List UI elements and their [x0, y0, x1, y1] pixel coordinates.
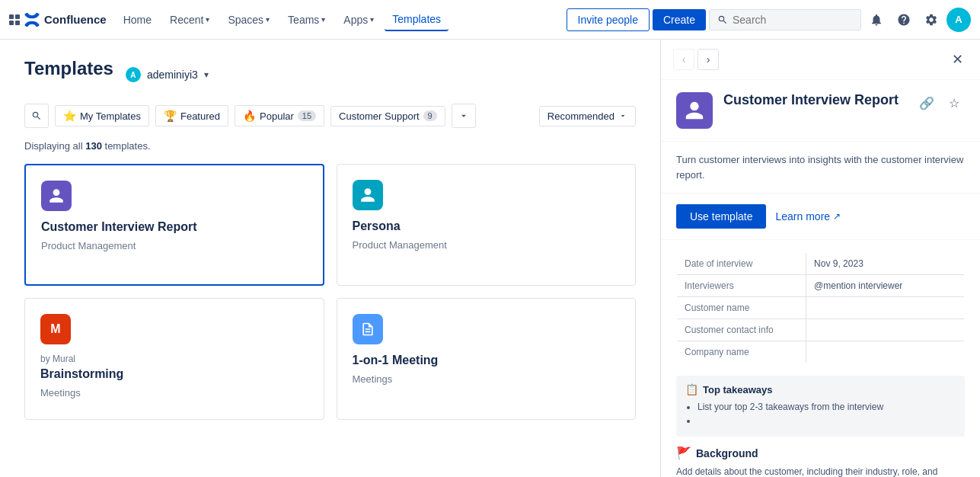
nav-teams[interactable]: Teams ▾ — [280, 9, 333, 30]
filter-bar: ⭐ My Templates 🏆 Featured 🔥 Popular 15 C… — [24, 104, 636, 128]
search-bar[interactable] — [709, 9, 861, 30]
list-item: List your top 2-3 takeaways from the int… — [697, 402, 956, 412]
nav-home[interactable]: Home — [116, 9, 159, 30]
card-title-brainstorming: Brainstorming — [40, 367, 308, 381]
filter-featured[interactable]: 🏆 Featured — [155, 105, 228, 126]
gear-icon — [924, 13, 938, 27]
background-section: 🚩 Background Add details about the custo… — [676, 446, 965, 477]
chevron-down-icon: ▾ — [321, 15, 325, 24]
table-cell-value — [806, 319, 965, 341]
learn-more-label: Learn more — [775, 210, 830, 222]
page-title: Templates — [24, 58, 113, 79]
table-cell-value — [806, 297, 965, 319]
top-takeaways-title: 📋 Top takeaways — [685, 383, 956, 395]
table-cell-value — [806, 341, 965, 363]
table-cell-value: @mention interviewer — [806, 275, 965, 297]
create-button[interactable]: Create — [653, 9, 706, 30]
template-grid: Customer Interview Report Product Manage… — [24, 164, 636, 420]
bell-icon — [870, 13, 883, 27]
popular-count: 15 — [298, 110, 316, 121]
nav-apps[interactable]: Apps ▾ — [336, 9, 381, 30]
star-icon: ⭐ — [63, 110, 76, 122]
card-title-1on1: 1-on-1 Meeting — [353, 354, 621, 367]
panel-close-button[interactable]: ✕ — [946, 49, 968, 70]
template-card-1on1[interactable]: 1-on-1 Meeting Meetings — [337, 298, 637, 420]
copy-link-button[interactable]: 🔗 — [577, 174, 599, 195]
panel-title: Customer Interview Report — [723, 92, 905, 108]
star-icon[interactable]: ☆ — [943, 92, 965, 114]
user-avatar[interactable]: A — [946, 8, 971, 32]
card-title-customer-interview: Customer Interview Report — [41, 220, 308, 234]
background-label: Background — [696, 447, 758, 459]
template-card-customer-interview[interactable]: Customer Interview Report Product Manage… — [24, 164, 324, 286]
list-item — [697, 415, 956, 426]
table-row: Customer name — [677, 297, 965, 319]
template-card-persona[interactable]: 🔗 ☆ Persona Product Management Use — [337, 164, 637, 286]
flag-icon: 🚩 — [676, 446, 691, 460]
user-selector[interactable]: A ademiniyi3 ▾ — [126, 67, 209, 82]
logo-text: Confluence — [44, 13, 107, 26]
table-row: Customer contact info — [677, 319, 965, 341]
copy-link-icon[interactable]: 🔗 — [916, 92, 937, 114]
use-template-button[interactable]: Use template — [676, 204, 766, 229]
top-takeaways-label: Top takeaways — [703, 384, 773, 395]
panel-header: Customer Interview Report 🔗 ☆ — [661, 80, 980, 142]
table-cell-label: Customer contact info — [677, 319, 806, 341]
settings-button[interactable] — [919, 8, 943, 32]
template-icon-persona — [353, 180, 383, 210]
preview-table: Date of interview Nov 9, 2023 Interviewe… — [676, 252, 965, 363]
table-row: Interviewers @mention interviewer — [677, 275, 965, 297]
panel-preview: Date of interview Nov 9, 2023 Interviewe… — [661, 240, 980, 477]
filter-customer-support[interactable]: Customer Support 9 — [330, 106, 445, 126]
customer-support-count: 9 — [423, 110, 437, 121]
template-icon-brainstorming: M — [40, 314, 71, 344]
filter-more-button[interactable] — [452, 104, 476, 128]
result-count: Displaying all 130 templates. — [24, 140, 636, 152]
detail-panel: ‹ › ✕ Customer Interview Report 🔗 ☆ Turn… — [660, 40, 980, 477]
filter-my-templates[interactable]: ⭐ My Templates — [55, 105, 149, 126]
panel-prev-button[interactable]: ‹ — [673, 49, 694, 70]
trophy-icon: 🏆 — [164, 110, 177, 122]
learn-more-button[interactable]: Learn more ↗ — [775, 210, 841, 222]
top-takeaways-section: 📋 Top takeaways List your top 2-3 takeaw… — [676, 376, 965, 437]
table-row: Date of interview Nov 9, 2023 — [677, 253, 965, 275]
search-icon — [31, 110, 42, 121]
nav-spaces[interactable]: Spaces ▾ — [220, 9, 277, 30]
table-cell-label: Customer name — [677, 297, 806, 319]
panel-header-actions: 🔗 ☆ — [916, 92, 965, 114]
search-icon — [717, 14, 728, 25]
panel-arrows: ‹ › — [673, 49, 719, 70]
help-button[interactable] — [892, 8, 916, 32]
nav-templates[interactable]: Templates — [385, 8, 449, 31]
notifications-button[interactable] — [864, 8, 889, 32]
panel-cta: Use template Learn more ↗ — [661, 194, 980, 240]
nav-recent[interactable]: Recent ▾ — [162, 9, 217, 30]
background-title: 🚩 Background — [676, 446, 965, 460]
chevron-down-icon — [618, 111, 627, 120]
table-row: Company name — [677, 341, 965, 363]
chevron-down-icon: ▾ — [370, 15, 374, 24]
confluence-logo-icon — [24, 12, 40, 27]
logo[interactable]: Confluence — [9, 12, 107, 27]
card-subtitle-1on1: Meetings — [353, 373, 621, 385]
chevron-down-icon: ▾ — [266, 15, 270, 24]
external-link-icon: ↗ — [833, 211, 841, 222]
panel-next-button[interactable]: › — [697, 49, 719, 70]
sort-button[interactable]: Recommended — [539, 106, 636, 126]
filter-popular[interactable]: 🔥 Popular 15 — [235, 105, 324, 126]
card-subtitle-persona: Product Management — [353, 239, 621, 251]
help-icon — [897, 13, 911, 27]
grid-icon — [9, 14, 20, 25]
takeaways-icon: 📋 — [685, 383, 698, 395]
filter-my-templates-label: My Templates — [80, 110, 141, 122]
card-by-brainstorming: by Mural — [40, 354, 308, 364]
star-button[interactable]: ☆ — [605, 174, 626, 195]
invite-people-button[interactable]: Invite people — [567, 8, 650, 31]
template-icon-customer-interview — [41, 181, 72, 211]
table-cell-value: Nov 9, 2023 — [806, 253, 965, 275]
title-row: Templates A ademiniyi3 ▾ — [24, 58, 636, 91]
filter-search-button[interactable] — [24, 104, 49, 128]
search-input[interactable] — [733, 14, 847, 26]
template-card-brainstorming[interactable]: M by Mural Brainstorming Meetings — [24, 298, 324, 420]
table-cell-label: Date of interview — [677, 253, 806, 275]
